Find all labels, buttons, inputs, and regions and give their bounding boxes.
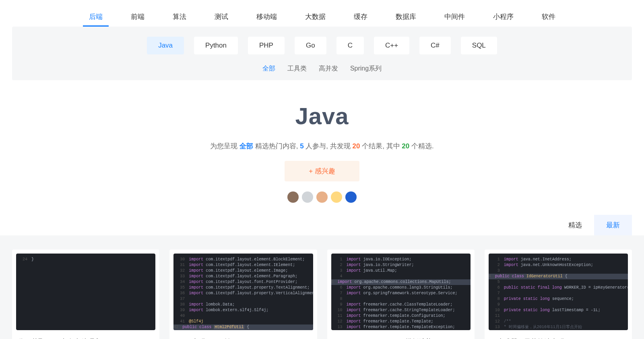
- card-grid-wrap: 24}分页截取list（内存中处理翻页）程序员小本2天前30import com…: [0, 235, 644, 339]
- desc-text: 个结果, 其中: [360, 142, 402, 150]
- desc-people-count: 5: [300, 142, 303, 150]
- top-nav-item[interactable]: 数据库: [390, 8, 422, 27]
- top-nav-item[interactable]: 缓存: [348, 8, 374, 27]
- code-thumbnail: 30import com.itextpdf.layout.element.Blo…: [173, 254, 313, 330]
- desc-text: 个精选.: [409, 142, 433, 150]
- participant-avatar[interactable]: [302, 191, 313, 203]
- subcategory-row: 全部工具类高并发Spring系列: [12, 64, 632, 73]
- card-title: springboot + freemarker模板渲染: [331, 337, 471, 339]
- code-thumbnail: 24}: [16, 254, 155, 330]
- content-card[interactable]: 24}分页截取list（内存中处理翻页）程序员小本2天前: [12, 250, 159, 339]
- card-title: 分页截取list（内存中处理翻页）: [16, 337, 155, 339]
- top-nav-item[interactable]: 测试: [208, 8, 234, 27]
- avatar-group: [0, 191, 644, 203]
- top-nav-item[interactable]: 小程序: [487, 8, 520, 27]
- language-button[interactable]: SQL: [461, 37, 497, 54]
- subcategory-item[interactable]: 高并发: [319, 64, 338, 73]
- hero-title: Java: [0, 102, 644, 129]
- subcategory-item[interactable]: 工具类: [287, 64, 307, 73]
- sort-tab[interactable]: 精选: [556, 215, 594, 235]
- desc-text: 为您呈现: [210, 142, 239, 150]
- language-button[interactable]: PHP: [248, 37, 285, 54]
- code-thumbnail: 1import java.io.IOException;2import java…: [331, 254, 471, 330]
- language-row: JavaPythonPHPGoCC++C#SQL: [12, 37, 632, 54]
- top-nav-item[interactable]: 移动端: [250, 8, 283, 27]
- subcategory-item[interactable]: 全部: [262, 64, 275, 73]
- top-nav-item[interactable]: 后端: [83, 8, 109, 27]
- language-bar: JavaPythonPHPGoCC++C#SQL 全部工具类高并发Spring系…: [12, 27, 632, 80]
- participant-avatar[interactable]: [345, 191, 357, 203]
- top-nav-item[interactable]: 前端: [125, 8, 151, 27]
- language-button[interactable]: C++: [374, 37, 409, 54]
- desc-text: 精选热门内容,: [253, 142, 300, 150]
- sort-tab[interactable]: 最新: [594, 215, 632, 235]
- subcategory-item[interactable]: Spring系列: [350, 64, 382, 73]
- top-nav-item[interactable]: 中间件: [438, 8, 471, 27]
- sort-tabs: 精选最新: [12, 215, 632, 235]
- language-button[interactable]: Go: [295, 37, 326, 54]
- desc-text: 人参与, 共发现: [304, 142, 353, 150]
- language-button[interactable]: Java: [147, 37, 184, 54]
- participant-avatar[interactable]: [331, 191, 342, 203]
- language-button[interactable]: Python: [194, 37, 238, 54]
- content-card[interactable]: 1import java.io.IOException;2import java…: [327, 250, 475, 339]
- card-grid: 24}分页截取list（内存中处理翻页）程序员小本2天前30import com…: [12, 250, 632, 339]
- top-nav-item[interactable]: 大数据: [299, 8, 332, 27]
- language-button[interactable]: C#: [419, 37, 451, 54]
- desc-results-count: 20: [353, 142, 360, 150]
- hero-description: 为您呈现 全部 精选热门内容, 5 人参与, 共发现 20 个结果, 其中 20…: [0, 141, 644, 151]
- content-card[interactable]: 1import java.net.InetAddress;2import jav…: [485, 250, 632, 339]
- participant-avatar[interactable]: [287, 191, 299, 203]
- language-button[interactable]: C: [336, 37, 364, 54]
- card-title: ID生成器 - 雪花算法实现: [489, 337, 628, 339]
- top-nav-item[interactable]: 算法: [167, 8, 192, 27]
- desc-featured-count: 20: [402, 142, 409, 150]
- participant-avatar[interactable]: [316, 191, 328, 203]
- top-nav-item[interactable]: 软件: [536, 8, 561, 27]
- content-card[interactable]: 30import com.itextpdf.layout.element.Blo…: [169, 250, 317, 339]
- hero-section: Java 为您呈现 全部 精选热门内容, 5 人参与, 共发现 20 个结果, …: [0, 80, 644, 215]
- code-thumbnail: 1import java.net.InetAddress;2import jav…: [489, 254, 628, 330]
- desc-all: 全部: [239, 142, 253, 150]
- top-nav: 后端前端算法测试移动端大数据缓存数据库中间件小程序软件: [0, 0, 644, 27]
- interest-button[interactable]: + 感兴趣: [285, 161, 359, 181]
- card-title: Itext7实现HTML转PDF: [173, 337, 313, 339]
